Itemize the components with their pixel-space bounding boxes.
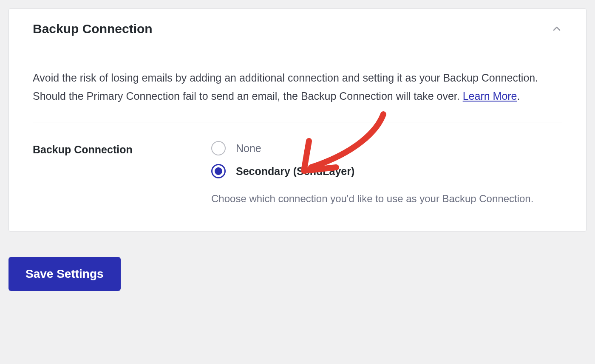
backup-connection-field: Backup Connection None Secondary (SendLa… bbox=[33, 141, 562, 207]
panel-description: Avoid the risk of losing emails by addin… bbox=[33, 69, 562, 105]
chevron-up-icon bbox=[551, 23, 562, 34]
save-settings-button[interactable]: Save Settings bbox=[8, 257, 121, 291]
radio-icon bbox=[211, 141, 226, 155]
field-help-text: Choose which connection you'd like to us… bbox=[211, 190, 562, 207]
radio-option-none[interactable]: None bbox=[211, 141, 562, 155]
panel-header[interactable]: Backup Connection bbox=[9, 9, 586, 49]
field-control: None Secondary (SendLayer) Choose which … bbox=[211, 141, 562, 207]
description-text-after: . bbox=[517, 90, 520, 102]
learn-more-link[interactable]: Learn More bbox=[463, 90, 517, 102]
radio-icon bbox=[211, 164, 226, 178]
radio-label-secondary: Secondary (SendLayer) bbox=[236, 165, 354, 178]
radio-label-none: None bbox=[236, 142, 261, 155]
radio-option-secondary[interactable]: Secondary (SendLayer) bbox=[211, 164, 562, 178]
backup-connection-panel: Backup Connection Avoid the risk of losi… bbox=[8, 8, 586, 231]
divider bbox=[33, 122, 562, 122]
panel-title: Backup Connection bbox=[33, 22, 153, 36]
field-label: Backup Connection bbox=[33, 141, 203, 156]
panel-body: Avoid the risk of losing emails by addin… bbox=[9, 49, 586, 231]
